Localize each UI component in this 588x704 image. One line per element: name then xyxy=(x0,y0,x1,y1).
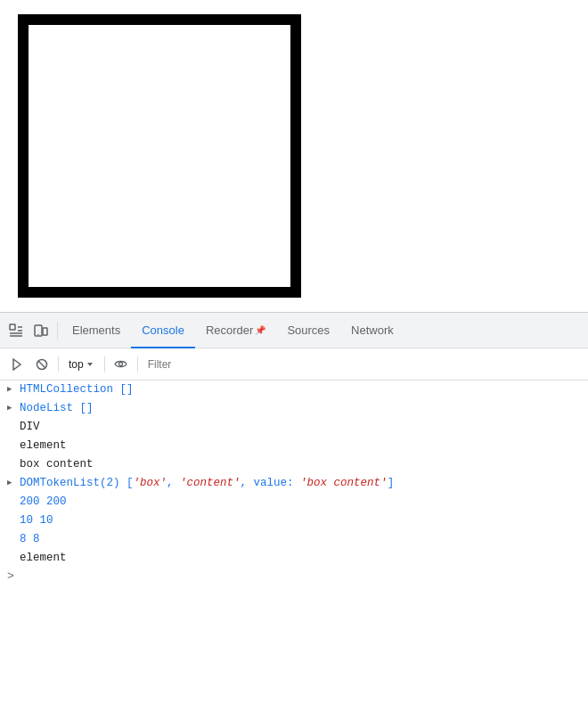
eye-icon[interactable] xyxy=(110,353,133,376)
tabs-divider xyxy=(57,322,58,340)
console-value-7: 200 200 xyxy=(20,494,67,510)
devtools-tabs-bar: Elements Console Recorder 📌 Sources Netw… xyxy=(0,313,588,348)
execute-button[interactable] xyxy=(5,353,29,376)
console-value-2: NodeList [] xyxy=(20,400,94,416)
browser-preview xyxy=(0,0,588,312)
expand-arrow-6: ▶ xyxy=(7,475,18,491)
inspect-icon[interactable] xyxy=(4,318,29,343)
tab-elements[interactable]: Elements xyxy=(61,313,131,348)
console-toolbar: top xyxy=(0,348,588,381)
console-value-9: 8 8 xyxy=(20,531,40,547)
block-icon[interactable] xyxy=(30,353,53,376)
svg-rect-0 xyxy=(10,324,15,330)
device-toggle-icon[interactable] xyxy=(29,318,53,343)
console-line-2[interactable]: ▶ NodeList [] xyxy=(0,399,588,418)
context-dropdown[interactable]: top xyxy=(63,356,100,372)
recorder-pin-icon: 📌 xyxy=(255,325,265,335)
expand-arrow-1: ▶ xyxy=(7,381,18,397)
tab-console[interactable]: Console xyxy=(131,313,195,348)
tab-recorder[interactable]: Recorder 📌 xyxy=(195,313,276,348)
console-line-4: element xyxy=(0,437,588,455)
console-line-9: 8 8 xyxy=(0,530,588,549)
console-value-5: box content xyxy=(20,456,94,472)
preview-box xyxy=(18,14,301,298)
console-value-6: DOMTokenList(2) ['box', 'content', value… xyxy=(20,475,394,491)
svg-marker-11 xyxy=(87,363,93,366)
console-line-1[interactable]: ▶ HTMLCollection [] xyxy=(0,381,588,399)
console-line-6[interactable]: ▶ DOMTokenList(2) ['box', 'content', val… xyxy=(0,474,588,493)
console-value-3: DIV xyxy=(20,419,40,435)
svg-line-10 xyxy=(38,361,45,368)
console-value-8: 10 10 xyxy=(20,512,53,528)
console-prompt-row[interactable]: > xyxy=(0,568,588,585)
console-line-8: 10 10 xyxy=(0,512,588,530)
toolbar-divider xyxy=(58,356,59,372)
svg-point-7 xyxy=(37,333,38,334)
console-line-5: box content xyxy=(0,455,588,474)
console-value-1: HTMLCollection [] xyxy=(20,381,134,397)
console-output: ▶ HTMLCollection [] ▶ NodeList [] DIV el… xyxy=(0,381,588,673)
toolbar-divider-3 xyxy=(137,356,138,372)
console-line-3: DIV xyxy=(0,418,588,437)
filter-input[interactable] xyxy=(143,355,583,374)
devtools-panel: Elements Console Recorder 📌 Sources Netw… xyxy=(0,312,588,704)
toolbar-divider-2 xyxy=(104,356,105,372)
svg-marker-8 xyxy=(13,359,20,370)
prompt-arrow-icon: > xyxy=(7,569,14,585)
tab-network[interactable]: Network xyxy=(340,313,404,348)
expand-arrow-2: ▶ xyxy=(7,400,18,416)
console-value-4: element xyxy=(20,438,67,454)
console-line-10: element xyxy=(0,549,588,568)
console-value-10: element xyxy=(20,550,67,566)
dropdown-chevron-icon xyxy=(86,360,94,369)
svg-rect-6 xyxy=(43,328,47,335)
tab-sources[interactable]: Sources xyxy=(276,313,340,348)
console-line-7: 200 200 xyxy=(0,493,588,512)
svg-point-12 xyxy=(119,363,123,366)
